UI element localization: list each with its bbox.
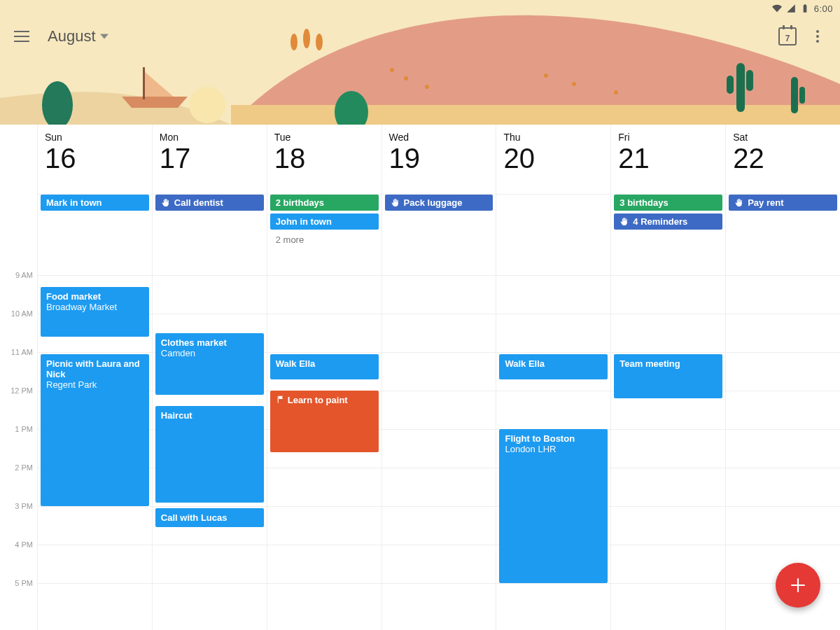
day-number: 17 [160,144,262,172]
all-day-chip[interactable]: Pay rent [729,195,837,211]
day-of-week: Tue [274,132,377,143]
all-day-zone: 3 birthdays4 Reminders [614,195,722,232]
calendar-event[interactable]: Walk Ella [270,354,379,379]
hour-label: 4 PM [15,540,33,549]
hour-label: 9 AM [15,271,33,279]
svg-point-14 [390,68,394,72]
status-time: 6:00 [814,4,833,14]
current-month-label: August [48,27,96,46]
more-events-link[interactable]: 2 more [270,232,379,247]
svg-point-16 [425,85,429,89]
app-toolbar: August 7 [0,17,840,56]
hour-label: 2 PM [15,463,33,472]
all-day-chip[interactable]: 2 birthdays [270,195,379,211]
day-of-week: Fri [618,132,721,143]
hour-label: 3 PM [15,502,33,510]
hour-label: 12 PM [10,386,33,395]
day-column[interactable]: Fri213 birthdays4 RemindersTeam meeting [611,125,726,630]
svg-rect-6 [736,63,745,112]
reminder-icon [161,198,170,207]
day-column[interactable]: Mon17Call dentistClothes marketCamdenHai… [153,125,267,630]
all-day-zone: Call dentist [155,195,264,214]
calendar-event[interactable]: Clothes marketCamden [155,333,264,395]
today-number: 7 [785,34,790,43]
svg-point-18 [572,82,576,86]
calendar-event[interactable]: Haircut [155,406,264,503]
day-column[interactable]: Sat22Pay rent [726,125,840,630]
svg-point-17 [544,74,548,78]
day-of-week: Wed [389,132,492,143]
svg-point-15 [404,76,408,80]
overflow-menu-button[interactable] [809,28,826,45]
day-column[interactable]: Tue182 birthdaysJohn in town2 moreWalk E… [267,125,382,630]
day-column[interactable]: Thu20Walk EllaFlight to BostonLondon LHR [496,125,611,630]
android-status-bar: 6:00 [0,0,840,17]
calendar-event[interactable]: Learn to paint [270,391,379,452]
hour-label: 5 PM [15,579,33,587]
time-gutter: 9 AM10 AM11 AM12 PM1 PM2 PM3 PM4 PM5 PM [0,125,38,630]
day-of-week: Thu [503,132,606,143]
menu-button[interactable] [14,28,31,45]
reminder-icon [734,198,743,207]
calendar-event[interactable]: Team meeting [614,354,722,398]
battery-icon [800,4,810,13]
all-day-chip[interactable]: Mark in town [41,195,149,211]
all-day-zone: Pay rent [729,195,837,214]
calendar-event[interactable]: Food marketBroadway Market [41,287,149,337]
day-number: 20 [503,144,606,172]
hour-label: 11 AM [11,348,33,356]
reminder-icon [391,198,400,207]
all-day-zone: Pack luggage [385,195,493,214]
day-number: 19 [389,144,492,172]
day-of-week: Sun [45,132,148,143]
all-day-chip[interactable]: John in town [270,214,379,230]
svg-rect-10 [799,87,805,104]
month-picker-button[interactable]: August [48,27,108,46]
week-grid: 9 AM10 AM11 AM12 PM1 PM2 PM3 PM4 PM5 PM … [0,125,840,630]
all-day-chip[interactable]: 3 birthdays [614,195,722,211]
all-day-chip[interactable]: 4 Reminders [614,214,722,230]
day-number: 21 [618,144,721,172]
all-day-chip[interactable]: Pack luggage [385,195,493,211]
svg-rect-9 [791,77,798,113]
day-header[interactable]: Fri21 [611,125,725,195]
reminder-icon [620,217,629,226]
calendar-event[interactable]: Call with Lucas [155,508,264,528]
cell-signal-icon [786,4,796,13]
jump-to-today-button[interactable]: 7 [778,27,797,46]
plus-icon [789,576,807,594]
day-column[interactable]: Sun16Mark in townFood marketBroadway Mar… [38,125,153,630]
day-header[interactable]: Sat22 [726,125,840,195]
svg-rect-8 [746,70,753,91]
day-of-week: Mon [160,132,262,143]
calendar-event[interactable]: Picnic with Laura and NickRegent Park [41,354,149,506]
hour-label: 10 AM [11,309,33,318]
goal-flag-icon [276,395,285,404]
calendar-event[interactable]: Walk Ella [499,354,608,379]
day-number: 18 [274,144,377,172]
chevron-down-icon [100,32,108,41]
svg-point-2 [189,87,225,123]
all-day-zone: Mark in town [41,195,149,214]
day-of-week: Sat [733,132,836,143]
day-column[interactable]: Wed19Pack luggage [382,125,497,630]
day-header[interactable]: Mon17 [153,125,267,195]
svg-rect-1 [231,105,840,125]
day-header[interactable]: Sun16 [38,125,152,195]
wifi-icon [772,4,782,13]
day-header[interactable]: Tue18 [267,125,382,195]
svg-point-19 [614,90,618,94]
day-number: 16 [45,144,148,172]
all-day-chip[interactable]: Call dentist [155,195,264,211]
hour-label: 1 PM [15,425,33,433]
calendar-event[interactable]: Flight to BostonLondon LHR [499,429,608,583]
svg-rect-3 [143,67,145,99]
day-number: 22 [733,144,836,172]
create-event-fab[interactable] [776,563,820,608]
day-header[interactable]: Thu20 [496,125,610,195]
all-day-zone: 2 birthdaysJohn in town2 more [270,195,379,247]
day-header[interactable]: Wed19 [382,125,496,195]
svg-rect-7 [727,76,734,94]
